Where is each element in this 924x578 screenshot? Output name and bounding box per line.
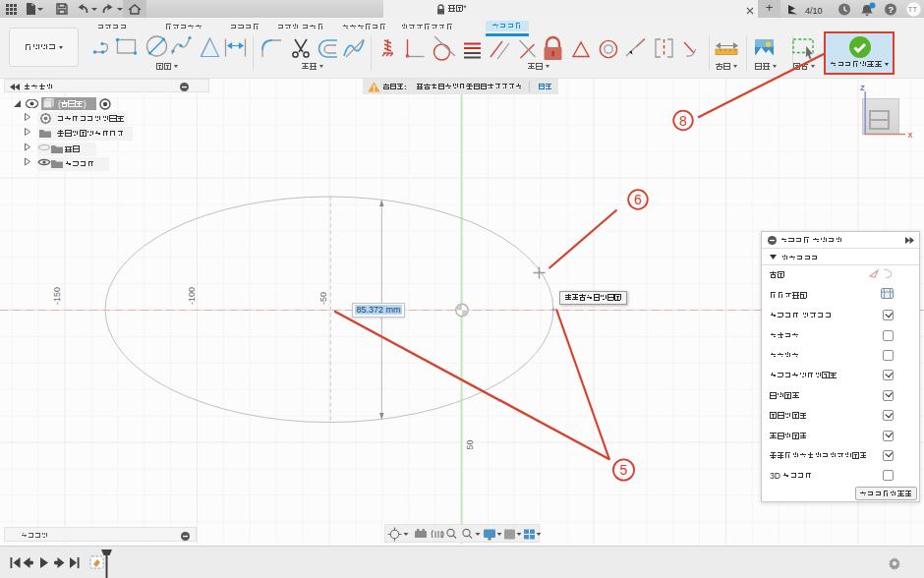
svg-text:6: 6 (634, 192, 642, 207)
svg-text:5: 5 (620, 462, 628, 478)
svg-text:Z: Z (860, 84, 865, 92)
svg-text:X: X (908, 131, 913, 140)
svg-text:8: 8 (679, 113, 687, 129)
